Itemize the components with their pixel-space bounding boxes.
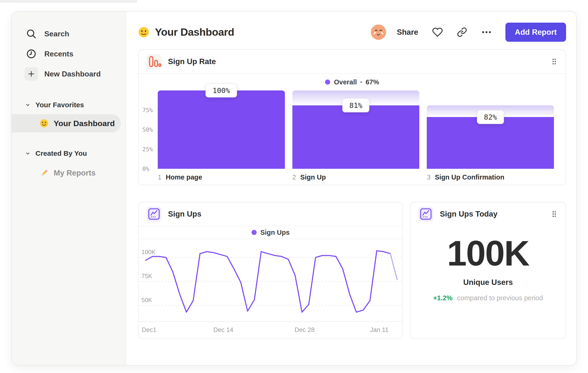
line-chart-icon (147, 207, 161, 222)
card-title: Sign Up Rate (168, 57, 216, 66)
sidebar-item-label: Recents (44, 50, 74, 58)
sidebar-item-my-reports[interactable]: My Reports (12, 165, 126, 181)
sign-ups-today-card-header: Sign Ups Today (410, 202, 566, 226)
y-axis-tick-label: 50% (142, 126, 153, 133)
share-button[interactable]: Share (397, 28, 418, 37)
funnel-step-label: 1 Home page (158, 173, 285, 185)
section-header-your-favorites[interactable]: Your Favorites (12, 98, 126, 111)
link-icon[interactable] (457, 27, 467, 37)
y-axis-tick-label: 100K (141, 249, 156, 255)
line-legend: Sign Ups (139, 226, 402, 239)
card-title: Sign Ups Today (440, 210, 497, 218)
drag-handle-icon[interactable] (551, 58, 558, 66)
sidebar-item-new-dashboard[interactable]: New Dashboard (12, 64, 126, 84)
funnel-bar-solid (292, 105, 420, 169)
sidebar-section-created-by-you: Created By You My Reports (12, 147, 126, 181)
funnel-chart: 75% 50% 25% 0% 100% 81% (139, 91, 566, 169)
chevron-down-icon (25, 102, 31, 108)
card-title: Sign Ups (168, 210, 201, 218)
bar-chart-icon (147, 54, 161, 69)
sign-up-rate-card: Sign Up Rate Overall • 67% 75% 50% (138, 50, 566, 185)
y-axis-tick-label: 50K (141, 297, 152, 303)
header-actions: Share Add Report (371, 23, 566, 42)
smiley-emoji-icon (40, 119, 49, 128)
sign-ups-today-card: Sign Ups Today 100K Unique Users +1.2% (410, 202, 566, 339)
metric-label: Unique Users (463, 278, 513, 287)
sign-ups-card-header: Sign Ups (139, 202, 402, 226)
funnel-step-label: 2 Sign Up (292, 173, 420, 185)
clock-icon (24, 47, 38, 61)
metric-delta: +1.2% compared to previous period (433, 294, 543, 302)
avatar[interactable] (371, 24, 386, 40)
funnel-bar: 82% (427, 91, 554, 169)
sidebar-item-search[interactable]: Search (12, 24, 126, 44)
y-axis-tick-label: 0% (142, 165, 149, 172)
x-axis-tick-label: Dec1 (142, 326, 157, 333)
line-chart-svg: 100K75K50K (139, 239, 402, 321)
sidebar-section-your-favorites: Your Favorites Your Dashboard (12, 98, 126, 132)
drag-handle-icon[interactable] (551, 210, 558, 218)
add-report-button[interactable]: Add Report (505, 23, 566, 42)
plus-icon (24, 67, 38, 81)
pencil-emoji-icon (40, 168, 49, 178)
page-header: Your Dashboard Share (138, 21, 566, 43)
x-axis-tick-label: Dec 14 (213, 326, 233, 333)
screen-edge-artifact (0, 0, 137, 3)
sidebar-item-recents[interactable]: Recents (12, 44, 126, 64)
line-chart: 100K75K50K (139, 239, 402, 321)
heart-icon[interactable] (432, 27, 443, 38)
funnel-bar-solid (158, 91, 285, 169)
chevron-down-icon (25, 150, 31, 156)
smiley-emoji-icon (138, 27, 149, 38)
main-content: Your Dashboard Share (126, 12, 576, 365)
sign-up-rate-card-header: Sign Up Rate (139, 50, 566, 73)
y-axis-tick-label: 25% (142, 146, 153, 153)
funnel-legend: Overall • 67% (139, 74, 566, 91)
metric-value: 100K (447, 235, 529, 271)
funnel-step-label: 3 Sign Up Confirmation (427, 173, 554, 185)
sign-ups-card: Sign Ups Sign Ups 100K75K50K Dec1Dec 14D… (138, 202, 403, 339)
ellipsis-icon[interactable] (481, 27, 492, 38)
line-chart-icon (418, 207, 433, 222)
legend-dot (325, 80, 330, 85)
y-axis-tick-label: 75% (142, 107, 153, 113)
y-axis-tick-label: 75K (141, 272, 152, 280)
x-axis-tick-label: Dec 28 (295, 326, 315, 333)
funnel-bar-value-label: 81% (342, 98, 369, 112)
sidebar-item-label: New Dashboard (44, 70, 101, 78)
funnel-bar: 100% (158, 91, 285, 169)
funnel-bar-value-label: 82% (477, 110, 504, 124)
sidebar-item-label: Search (44, 30, 69, 38)
x-axis-tick-label: Jan 11 (370, 326, 388, 333)
search-icon (24, 27, 38, 41)
x-axis: Dec1Dec 14Dec 28Jan 11 (139, 321, 402, 339)
page-title: Your Dashboard (155, 26, 234, 38)
sidebar: Search Recents New Dashboard (12, 12, 126, 365)
app-window: Search Recents New Dashboard (11, 11, 577, 365)
sidebar-item-your-dashboard[interactable]: Your Dashboard (12, 114, 121, 132)
section-header-created-by-you[interactable]: Created By You (12, 147, 126, 160)
funnel-bar: 81% (292, 91, 420, 169)
funnel-bar-value-label: 100% (206, 83, 237, 97)
funnel-bar-solid (427, 117, 554, 169)
legend-dot (252, 230, 257, 235)
